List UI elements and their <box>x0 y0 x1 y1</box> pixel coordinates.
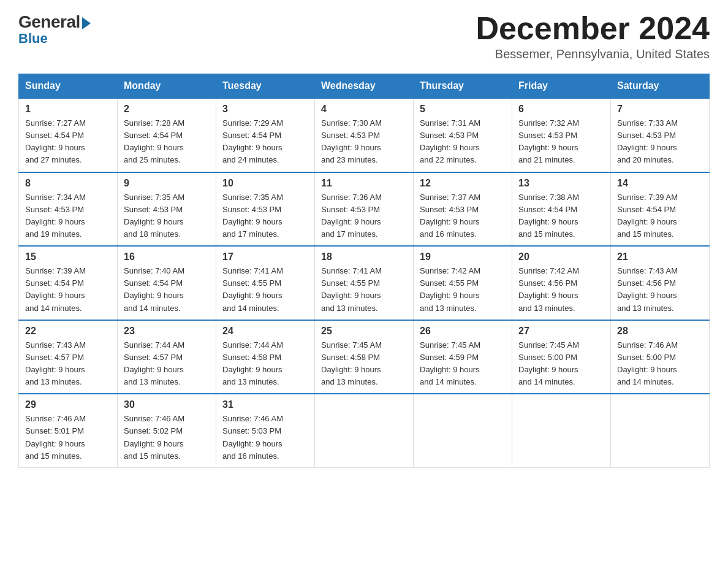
col-thursday: Thursday <box>414 74 512 99</box>
col-saturday: Saturday <box>611 74 710 99</box>
day-number: 23 <box>124 326 210 337</box>
table-row: 4 Sunrise: 7:30 AM Sunset: 4:53 PM Dayli… <box>315 98 414 172</box>
table-row <box>512 394 611 467</box>
day-number: 6 <box>518 104 604 115</box>
table-row: 7 Sunrise: 7:33 AM Sunset: 4:53 PM Dayli… <box>611 98 710 172</box>
day-number: 18 <box>321 251 407 262</box>
table-row: 13 Sunrise: 7:38 AM Sunset: 4:54 PM Dayl… <box>512 172 611 247</box>
day-number: 26 <box>420 326 506 337</box>
day-number: 4 <box>321 104 407 115</box>
day-number: 15 <box>25 251 111 262</box>
day-info: Sunrise: 7:41 AM Sunset: 4:55 PM Dayligh… <box>321 265 407 315</box>
day-info: Sunrise: 7:46 AM Sunset: 5:01 PM Dayligh… <box>25 413 111 462</box>
table-row: 2 Sunrise: 7:28 AM Sunset: 4:54 PM Dayli… <box>118 98 216 172</box>
calendar-table: Sunday Monday Tuesday Wednesday Thursday… <box>18 74 710 468</box>
page-header: General ​ Blue December 2024 Bessemer, P… <box>18 12 710 61</box>
col-monday: Monday <box>118 74 216 99</box>
logo: General ​ Blue <box>18 12 91 49</box>
location-text: Bessemer, Pennsylvania, United States <box>476 47 710 61</box>
table-row: 22 Sunrise: 7:43 AM Sunset: 4:57 PM Dayl… <box>19 320 118 394</box>
day-number: 22 <box>25 326 111 337</box>
calendar-week-row: 1 Sunrise: 7:27 AM Sunset: 4:54 PM Dayli… <box>19 98 710 172</box>
col-wednesday: Wednesday <box>315 74 414 99</box>
table-row: 30 Sunrise: 7:46 AM Sunset: 5:02 PM Dayl… <box>118 394 216 467</box>
day-info: Sunrise: 7:45 AM Sunset: 4:59 PM Dayligh… <box>420 339 506 389</box>
calendar-week-row: 29 Sunrise: 7:46 AM Sunset: 5:01 PM Dayl… <box>19 394 710 467</box>
logo-blue-text: Blue <box>18 31 48 47</box>
day-info: Sunrise: 7:27 AM Sunset: 4:54 PM Dayligh… <box>25 117 111 167</box>
col-sunday: Sunday <box>19 74 118 99</box>
day-info: Sunrise: 7:40 AM Sunset: 4:54 PM Dayligh… <box>124 265 210 315</box>
table-row: 24 Sunrise: 7:44 AM Sunset: 4:58 PM Dayl… <box>216 320 315 394</box>
day-number: 12 <box>420 178 506 189</box>
calendar-week-row: 15 Sunrise: 7:39 AM Sunset: 4:54 PM Dayl… <box>19 246 710 320</box>
title-section: December 2024 Bessemer, Pennsylvania, Un… <box>476 12 710 61</box>
day-info: Sunrise: 7:33 AM Sunset: 4:53 PM Dayligh… <box>617 117 703 167</box>
day-number: 13 <box>518 178 604 189</box>
day-info: Sunrise: 7:35 AM Sunset: 4:53 PM Dayligh… <box>124 191 210 241</box>
day-info: Sunrise: 7:43 AM Sunset: 4:57 PM Dayligh… <box>25 339 111 389</box>
day-number: 21 <box>617 251 703 262</box>
day-info: Sunrise: 7:38 AM Sunset: 4:54 PM Dayligh… <box>518 191 604 241</box>
table-row <box>414 394 512 467</box>
table-row: 16 Sunrise: 7:40 AM Sunset: 4:54 PM Dayl… <box>118 246 216 320</box>
day-number: 1 <box>25 104 111 115</box>
day-number: 10 <box>222 178 308 189</box>
day-info: Sunrise: 7:39 AM Sunset: 4:54 PM Dayligh… <box>617 191 703 241</box>
table-row: 3 Sunrise: 7:29 AM Sunset: 4:54 PM Dayli… <box>216 98 315 172</box>
calendar-week-row: 22 Sunrise: 7:43 AM Sunset: 4:57 PM Dayl… <box>19 320 710 394</box>
table-row: 11 Sunrise: 7:36 AM Sunset: 4:53 PM Dayl… <box>315 172 414 247</box>
day-info: Sunrise: 7:36 AM Sunset: 4:53 PM Dayligh… <box>321 191 407 241</box>
day-number: 20 <box>518 251 604 262</box>
day-number: 25 <box>321 326 407 337</box>
day-info: Sunrise: 7:29 AM Sunset: 4:54 PM Dayligh… <box>222 117 308 167</box>
table-row: 25 Sunrise: 7:45 AM Sunset: 4:58 PM Dayl… <box>315 320 414 394</box>
table-row: 12 Sunrise: 7:37 AM Sunset: 4:53 PM Dayl… <box>414 172 512 247</box>
day-info: Sunrise: 7:45 AM Sunset: 4:58 PM Dayligh… <box>321 339 407 389</box>
logo-arrow-icon <box>82 17 91 29</box>
day-number: 3 <box>222 104 308 115</box>
day-info: Sunrise: 7:46 AM Sunset: 5:03 PM Dayligh… <box>222 413 308 462</box>
day-info: Sunrise: 7:37 AM Sunset: 4:53 PM Dayligh… <box>420 191 506 241</box>
table-row: 17 Sunrise: 7:41 AM Sunset: 4:55 PM Dayl… <box>216 246 315 320</box>
day-info: Sunrise: 7:46 AM Sunset: 5:00 PM Dayligh… <box>617 339 703 389</box>
month-title: December 2024 <box>476 12 710 44</box>
day-info: Sunrise: 7:34 AM Sunset: 4:53 PM Dayligh… <box>25 191 111 241</box>
day-info: Sunrise: 7:44 AM Sunset: 4:57 PM Dayligh… <box>124 339 210 389</box>
table-row: 26 Sunrise: 7:45 AM Sunset: 4:59 PM Dayl… <box>414 320 512 394</box>
day-info: Sunrise: 7:45 AM Sunset: 5:00 PM Dayligh… <box>518 339 604 389</box>
day-number: 11 <box>321 178 407 189</box>
table-row <box>611 394 710 467</box>
table-row: 19 Sunrise: 7:42 AM Sunset: 4:55 PM Dayl… <box>414 246 512 320</box>
day-info: Sunrise: 7:30 AM Sunset: 4:53 PM Dayligh… <box>321 117 407 167</box>
day-number: 8 <box>25 178 111 189</box>
day-info: Sunrise: 7:32 AM Sunset: 4:53 PM Dayligh… <box>518 117 604 167</box>
day-info: Sunrise: 7:39 AM Sunset: 4:54 PM Dayligh… <box>25 265 111 315</box>
day-info: Sunrise: 7:46 AM Sunset: 5:02 PM Dayligh… <box>124 413 210 462</box>
day-number: 14 <box>617 178 703 189</box>
table-row: 28 Sunrise: 7:46 AM Sunset: 5:00 PM Dayl… <box>611 320 710 394</box>
day-number: 7 <box>617 104 703 115</box>
day-number: 2 <box>124 104 210 115</box>
day-number: 9 <box>124 178 210 189</box>
day-info: Sunrise: 7:31 AM Sunset: 4:53 PM Dayligh… <box>420 117 506 167</box>
col-tuesday: Tuesday <box>216 74 315 99</box>
day-number: 17 <box>222 251 308 262</box>
table-row: 18 Sunrise: 7:41 AM Sunset: 4:55 PM Dayl… <box>315 246 414 320</box>
col-friday: Friday <box>512 74 611 99</box>
table-row: 14 Sunrise: 7:39 AM Sunset: 4:54 PM Dayl… <box>611 172 710 247</box>
calendar-header-row: Sunday Monday Tuesday Wednesday Thursday… <box>19 74 710 99</box>
table-row: 27 Sunrise: 7:45 AM Sunset: 5:00 PM Dayl… <box>512 320 611 394</box>
day-number: 30 <box>124 399 210 410</box>
day-number: 27 <box>518 326 604 337</box>
day-number: 24 <box>222 326 308 337</box>
table-row: 20 Sunrise: 7:42 AM Sunset: 4:56 PM Dayl… <box>512 246 611 320</box>
table-row <box>315 394 414 467</box>
table-row: 23 Sunrise: 7:44 AM Sunset: 4:57 PM Dayl… <box>118 320 216 394</box>
table-row: 10 Sunrise: 7:35 AM Sunset: 4:53 PM Dayl… <box>216 172 315 247</box>
day-info: Sunrise: 7:43 AM Sunset: 4:56 PM Dayligh… <box>617 265 703 315</box>
day-number: 29 <box>25 399 111 410</box>
day-number: 16 <box>124 251 210 262</box>
day-number: 19 <box>420 251 506 262</box>
day-info: Sunrise: 7:28 AM Sunset: 4:54 PM Dayligh… <box>124 117 210 167</box>
